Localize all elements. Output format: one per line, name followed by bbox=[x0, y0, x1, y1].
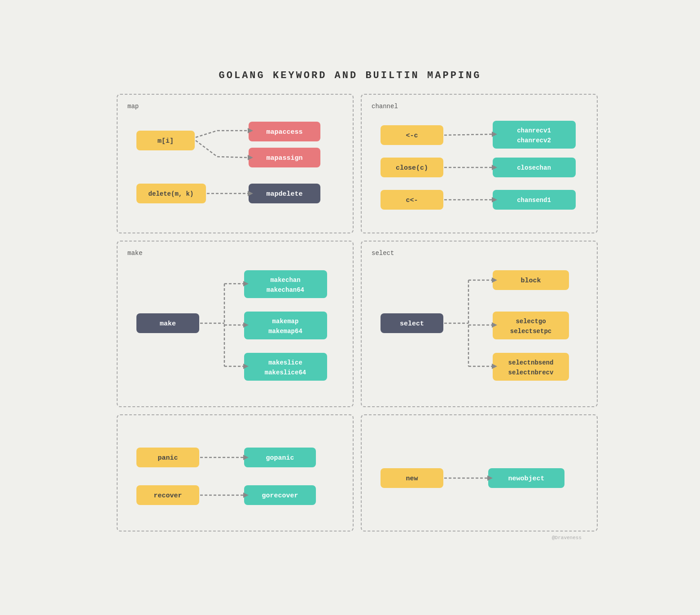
new-diagram: new newobject bbox=[372, 438, 587, 518]
new-section: new newobject bbox=[361, 414, 598, 532]
svg-text:delete(m, k): delete(m, k) bbox=[149, 190, 194, 198]
svg-text:chanrecv1: chanrecv1 bbox=[517, 127, 551, 134]
svg-text:chanrecv2: chanrecv2 bbox=[517, 137, 551, 144]
channel-label: channel bbox=[372, 103, 587, 110]
svg-text:gorecover: gorecover bbox=[262, 492, 298, 500]
svg-text:panic: panic bbox=[158, 454, 178, 462]
page-title: GOLANG KEYWORD AND BUILTIN MAPPING bbox=[117, 70, 583, 81]
svg-text:selectsetpc: selectsetpc bbox=[510, 328, 551, 335]
select-section: select select block selectgo selectsetpc… bbox=[361, 241, 598, 407]
svg-text:m[i]: m[i] bbox=[158, 137, 174, 145]
channel-section: channel <-c chanrecv1 chanrecv2 close(c)… bbox=[361, 94, 598, 233]
svg-text:makemap64: makemap64 bbox=[268, 328, 302, 335]
map-section: map m[i] mapaccess mapassign bbox=[117, 94, 354, 233]
svg-text:mapdelete: mapdelete bbox=[266, 190, 302, 198]
map-label: map bbox=[127, 103, 343, 110]
svg-text:chansend1: chansend1 bbox=[517, 197, 551, 204]
svg-text:new: new bbox=[406, 475, 418, 483]
panic-recover-section: panic gopanic recover gorecover bbox=[117, 414, 354, 532]
svg-rect-39 bbox=[244, 270, 327, 298]
svg-text:makechan64: makechan64 bbox=[267, 286, 304, 294]
svg-text:mapassign: mapassign bbox=[266, 154, 302, 162]
svg-text:makechan: makechan bbox=[270, 277, 300, 284]
svg-text:recover: recover bbox=[153, 492, 182, 500]
select-label: select bbox=[372, 250, 587, 257]
svg-line-9 bbox=[196, 141, 217, 157]
svg-rect-20 bbox=[493, 121, 576, 149]
svg-rect-42 bbox=[244, 312, 327, 339]
panic-recover-label bbox=[127, 423, 343, 430]
svg-rect-63 bbox=[493, 353, 569, 381]
panic-recover-diagram: panic gopanic recover gorecover bbox=[127, 438, 343, 518]
svg-line-23 bbox=[444, 134, 492, 135]
svg-text:mapaccess: mapaccess bbox=[266, 128, 302, 136]
select-diagram: select block selectgo selectsetpc select… bbox=[372, 264, 587, 394]
svg-line-6 bbox=[196, 131, 217, 137]
make-diagram: make makechan makechan64 makemap makemap… bbox=[127, 264, 343, 394]
svg-text:makeslice64: makeslice64 bbox=[265, 369, 306, 376]
watermark: @Draveness bbox=[117, 535, 583, 540]
new-label bbox=[372, 423, 587, 430]
svg-text:<-c: <-c bbox=[406, 132, 418, 140]
svg-text:close(c): close(c) bbox=[396, 164, 428, 172]
svg-text:selectgo: selectgo bbox=[516, 318, 546, 325]
svg-text:make: make bbox=[160, 320, 176, 328]
svg-line-10 bbox=[217, 157, 248, 158]
svg-text:c<-: c<- bbox=[406, 197, 418, 204]
svg-text:block: block bbox=[521, 277, 541, 285]
map-diagram: m[i] mapaccess mapassign delete(m, k) bbox=[127, 117, 343, 220]
svg-rect-60 bbox=[493, 312, 569, 339]
make-section: make make makechan makechan64 makemap ma… bbox=[117, 241, 354, 407]
svg-text:gopanic: gopanic bbox=[266, 454, 294, 462]
svg-text:select: select bbox=[400, 320, 424, 328]
svg-text:selectnbrecv: selectnbrecv bbox=[508, 369, 554, 376]
svg-text:selectnbsend: selectnbsend bbox=[508, 359, 554, 366]
page-container: GOLANG KEYWORD AND BUILTIN MAPPING map m… bbox=[99, 57, 601, 558]
channel-diagram: <-c chanrecv1 chanrecv2 close(c) closech… bbox=[372, 117, 587, 220]
svg-text:makemap: makemap bbox=[272, 318, 299, 325]
svg-text:closechan: closechan bbox=[517, 164, 551, 171]
svg-rect-45 bbox=[244, 353, 327, 381]
main-grid: map m[i] mapaccess mapassign bbox=[117, 94, 583, 532]
make-label: make bbox=[127, 250, 343, 257]
svg-text:newobject: newobject bbox=[508, 475, 544, 483]
svg-text:makeslice: makeslice bbox=[268, 359, 302, 366]
